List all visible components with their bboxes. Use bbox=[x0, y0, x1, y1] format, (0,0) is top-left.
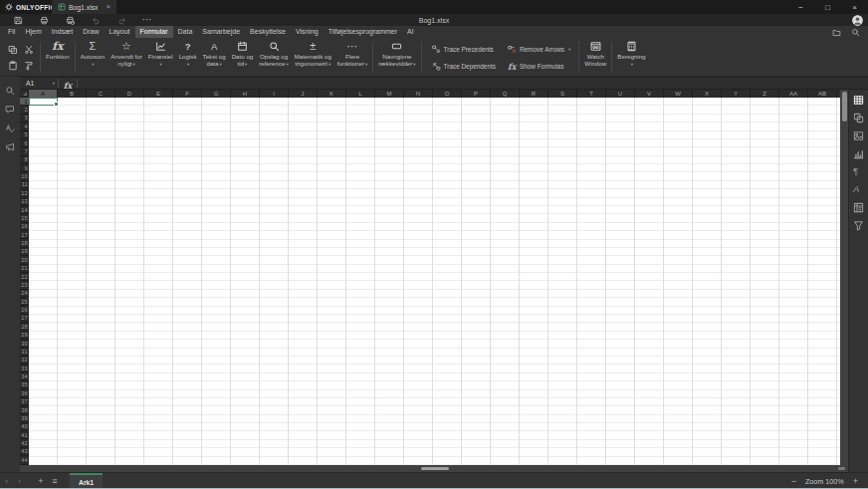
horizontal-scrollbar[interactable] bbox=[20, 465, 848, 472]
col-header-X[interactable]: X bbox=[693, 90, 722, 98]
col-header-N[interactable]: N bbox=[404, 90, 433, 98]
tab-ai[interactable]: AI bbox=[402, 26, 419, 38]
col-header-H[interactable]: H bbox=[231, 90, 260, 98]
col-header-O[interactable]: O bbox=[433, 90, 462, 98]
funktion-button[interactable]: fxFunktion bbox=[43, 38, 73, 76]
tab-indsæt[interactable]: Indsæt bbox=[47, 26, 78, 38]
row-header-1[interactable]: 1 bbox=[20, 98, 29, 106]
row-header-36[interactable]: 36 bbox=[20, 389, 29, 397]
spellcheck-button[interactable] bbox=[5, 122, 16, 133]
col-header-F[interactable]: F bbox=[173, 90, 202, 98]
row-header-32[interactable]: 32 bbox=[20, 357, 29, 365]
row-header-41[interactable]: 41 bbox=[20, 431, 29, 439]
paragraph-settings-button[interactable]: ¶ bbox=[853, 166, 864, 177]
sheet-tab-ark1[interactable]: Ark1 bbox=[70, 473, 103, 489]
select-all-corner[interactable] bbox=[20, 90, 29, 98]
col-header-W[interactable]: W bbox=[664, 90, 693, 98]
cut-button[interactable] bbox=[22, 43, 35, 56]
col-header-Y[interactable]: Y bbox=[722, 90, 751, 98]
formula-input[interactable] bbox=[78, 77, 868, 90]
flere-funktioner-button[interactable]: ⋯Flerefunktioner▾ bbox=[334, 38, 370, 76]
horizontal-scrollbar-end[interactable] bbox=[838, 467, 845, 470]
tekst-og-data-button[interactable]: ATekst ogdata▾ bbox=[200, 38, 229, 76]
row-header-34[interactable]: 34 bbox=[20, 372, 29, 380]
restore-button[interactable]: □ bbox=[814, 0, 841, 14]
cell-settings-button[interactable] bbox=[853, 95, 864, 106]
row-header-4[interactable]: 4 bbox=[20, 122, 29, 130]
col-header-U[interactable]: U bbox=[606, 90, 635, 98]
row-header-2[interactable]: 2 bbox=[20, 106, 29, 114]
row-header-18[interactable]: 18 bbox=[20, 239, 29, 247]
col-header-D[interactable]: D bbox=[115, 90, 144, 98]
col-header-M[interactable]: M bbox=[375, 90, 404, 98]
pivot-table-settings-button[interactable] bbox=[853, 202, 864, 213]
cells-area[interactable] bbox=[29, 98, 848, 465]
row-header-9[interactable]: 9 bbox=[20, 164, 29, 172]
row-header-25[interactable]: 25 bbox=[20, 298, 29, 306]
col-header-P[interactable]: P bbox=[462, 90, 491, 98]
row-header-38[interactable]: 38 bbox=[20, 406, 29, 414]
row-header-30[interactable]: 30 bbox=[20, 340, 29, 348]
col-header-I[interactable]: I bbox=[260, 90, 289, 98]
tab-draw[interactable]: Draw bbox=[78, 26, 104, 38]
row-header-37[interactable]: 37 bbox=[20, 398, 29, 406]
col-header-AB[interactable]: AB bbox=[808, 90, 837, 98]
row-header-31[interactable]: 31 bbox=[20, 348, 29, 356]
vertical-scrollbar[interactable] bbox=[840, 90, 848, 465]
customize-toolbar-button[interactable]: ⋯ bbox=[142, 15, 152, 25]
remove-arrows-button[interactable]: Remove Arrows▾ bbox=[508, 45, 570, 54]
row-header-16[interactable]: 16 bbox=[20, 223, 29, 231]
document-tab[interactable]: Bog1.xlsx × bbox=[52, 0, 116, 14]
paste-button[interactable] bbox=[6, 59, 19, 72]
tab-layout[interactable]: Layout bbox=[104, 26, 134, 38]
row-header-39[interactable]: 39 bbox=[20, 414, 29, 422]
col-header-A[interactable]: A bbox=[29, 90, 58, 98]
chart-settings-button[interactable] bbox=[853, 148, 864, 159]
avatar[interactable] bbox=[852, 15, 863, 26]
opslag-og-reference-button[interactable]: Opslag ogreference▾ bbox=[256, 38, 291, 76]
row-header-6[interactable]: 6 bbox=[20, 139, 29, 147]
col-header-B[interactable]: B bbox=[58, 90, 87, 98]
copy-button[interactable] bbox=[6, 43, 19, 56]
row-header-15[interactable]: 15 bbox=[20, 214, 29, 222]
zoom-out-button[interactable]: − bbox=[791, 476, 796, 486]
matematik-og-trigonometri-button[interactable]: ±Matematik ogtrigonometri▾ bbox=[292, 38, 334, 76]
tab-hjem[interactable]: Hjem bbox=[20, 26, 46, 38]
row-header-33[interactable]: 33 bbox=[20, 365, 29, 372]
row-header-43[interactable]: 43 bbox=[20, 448, 29, 456]
search-button[interactable] bbox=[5, 85, 16, 96]
feedback-support-button[interactable] bbox=[5, 141, 16, 152]
tab-samarbejde[interactable]: Samarbejde bbox=[197, 26, 245, 38]
print-button[interactable] bbox=[39, 15, 49, 25]
col-header-AA[interactable]: AA bbox=[779, 90, 808, 98]
dato-og-tid-button[interactable]: Dato ogtid▾ bbox=[229, 38, 257, 76]
col-header-C[interactable]: C bbox=[87, 90, 115, 98]
search-icon[interactable] bbox=[851, 28, 860, 37]
prev-sheet-button[interactable]: ‹ bbox=[0, 477, 13, 486]
row-header-26[interactable]: 26 bbox=[20, 306, 29, 314]
row-header-8[interactable]: 8 bbox=[20, 156, 29, 164]
copy-style-button[interactable] bbox=[22, 59, 35, 72]
col-header-L[interactable]: L bbox=[346, 90, 375, 98]
open-file-location-icon[interactable] bbox=[832, 28, 841, 37]
trace-dependents-button[interactable]: Trace Dependents bbox=[432, 62, 496, 71]
anvendt-for-nyligt-button[interactable]: ☆Anvendt fornyligt▾ bbox=[108, 38, 145, 76]
vertical-scrollbar-thumb[interactable] bbox=[842, 92, 847, 122]
slicer-settings-button[interactable] bbox=[853, 220, 864, 231]
col-header-J[interactable]: J bbox=[289, 90, 318, 98]
col-header-S[interactable]: S bbox=[548, 90, 577, 98]
col-header-G[interactable]: G bbox=[202, 90, 231, 98]
beregning-button[interactable]: Beregning▾ bbox=[614, 38, 648, 76]
col-header-K[interactable]: K bbox=[318, 90, 346, 98]
tab-beskyttelse[interactable]: Beskyttelse bbox=[245, 26, 291, 38]
row-header-14[interactable]: 14 bbox=[20, 206, 29, 214]
row-header-5[interactable]: 5 bbox=[20, 131, 29, 139]
row-header-28[interactable]: 28 bbox=[20, 323, 29, 331]
row-header-27[interactable]: 27 bbox=[20, 315, 29, 323]
tab-formular[interactable]: Formular bbox=[135, 26, 173, 38]
add-sheet-button[interactable]: + bbox=[34, 476, 48, 486]
horizontal-scrollbar-thumb[interactable] bbox=[421, 467, 449, 470]
save-button[interactable] bbox=[13, 15, 23, 25]
row-header-3[interactable]: 3 bbox=[20, 115, 29, 122]
row-header-10[interactable]: 10 bbox=[20, 172, 29, 180]
